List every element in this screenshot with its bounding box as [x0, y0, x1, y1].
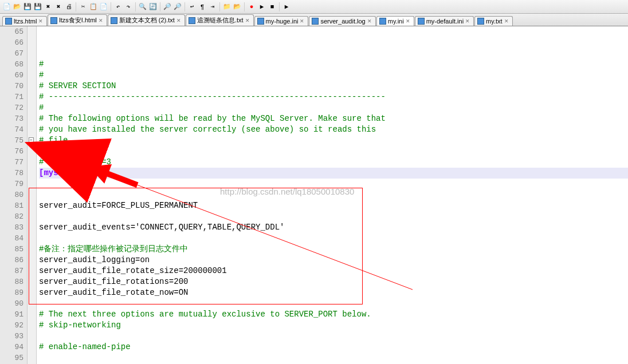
- line-number: 66: [0, 37, 23, 48]
- file-icon: [312, 18, 319, 25]
- tab-close-icon[interactable]: ✕: [367, 18, 373, 24]
- tab-close-icon[interactable]: ✕: [300, 18, 305, 24]
- tab-label: ltzs食安I.html: [59, 16, 96, 25]
- line-number: 72: [0, 102, 23, 113]
- zoom-out-icon[interactable]: 🔎: [173, 2, 182, 11]
- fold-column: −: [28, 26, 37, 364]
- line-number: 86: [0, 255, 23, 266]
- line-number: 95: [0, 353, 23, 363]
- separator: [279, 2, 280, 11]
- code-line[interactable]: server_audit_file_rotate_size=200000001: [39, 266, 227, 275]
- code-line[interactable]: server_audit_file_rotate_now=ON: [39, 288, 188, 297]
- tab-close-icon[interactable]: ✕: [99, 18, 104, 23]
- code-content[interactable]: http://blog.csdn.net/lq18050010830 ### S…: [37, 26, 628, 364]
- code-line[interactable]: server_audit_file_rotations=200: [39, 277, 188, 286]
- showall-icon[interactable]: ¶: [198, 2, 207, 11]
- code-line[interactable]: # enable-named-pipe: [39, 342, 131, 351]
- separator: [219, 2, 220, 11]
- code-line[interactable]: #备注：指定哪些操作被记录到日志文件中: [39, 244, 188, 254]
- tab-close-icon[interactable]: ✕: [504, 18, 510, 24]
- code-line[interactable]: # skip-networking: [39, 321, 121, 330]
- fold-toggle-icon[interactable]: −: [29, 137, 34, 143]
- tab-my-default-ini[interactable]: my-default.ini✕: [415, 16, 474, 26]
- line-number: 93: [0, 331, 23, 342]
- redo-icon[interactable]: ↷: [124, 2, 133, 11]
- line-number: 76: [0, 146, 23, 157]
- wrap-icon[interactable]: ↩: [187, 2, 197, 11]
- macro-record-icon[interactable]: ●: [247, 2, 256, 11]
- tab--------txt[interactable]: 追溯链条信息.txt✕: [186, 14, 254, 26]
- save-icon[interactable]: 💾: [23, 2, 32, 11]
- line-number: 79: [0, 179, 23, 189]
- open-icon[interactable]: 📂: [13, 2, 22, 11]
- code-line[interactable]: #: [39, 103, 44, 112]
- line-number: 90: [0, 298, 23, 309]
- save-all-icon[interactable]: 💾: [33, 2, 42, 11]
- line-number: 88: [0, 276, 23, 287]
- tab-label: my-default.ini: [426, 18, 464, 25]
- zoom-in-icon[interactable]: 🔎: [163, 2, 172, 11]
- code-line[interactable]: #: [39, 60, 44, 69]
- find-icon[interactable]: 🔍: [138, 2, 147, 11]
- tab-label: ltzs.html: [14, 18, 37, 25]
- undo-icon[interactable]: ↶: [113, 2, 123, 11]
- line-number: 91: [0, 309, 23, 320]
- line-number: 94: [0, 342, 23, 353]
- unfold-icon[interactable]: 📂: [233, 2, 242, 11]
- tab-close-icon[interactable]: ✕: [406, 18, 411, 24]
- file-icon: [257, 18, 264, 25]
- code-line[interactable]: # file.: [39, 136, 73, 145]
- tab-label: server_audit.log: [320, 18, 365, 25]
- file-icon: [418, 18, 425, 25]
- code-line[interactable]: server_audit=FORCE_PLUS_PERMANENT: [39, 201, 198, 210]
- code-line[interactable]: # you have installed the server correctl…: [39, 125, 376, 134]
- code-line[interactable]: # The next three options are mutually ex…: [39, 310, 371, 319]
- line-number-gutter: 6566676869707172737475767778798081828384…: [0, 26, 28, 364]
- close-all-icon[interactable]: ✖: [54, 2, 63, 11]
- separator: [135, 2, 136, 11]
- tab-close-icon[interactable]: ✕: [38, 18, 44, 24]
- close-icon[interactable]: ✖: [44, 2, 53, 11]
- macro-stop-icon[interactable]: ■: [268, 2, 277, 11]
- paste-icon[interactable]: 📄: [99, 2, 108, 11]
- code-line[interactable]: # --------------------------------------…: [39, 92, 386, 101]
- fold-icon[interactable]: 📁: [222, 2, 231, 11]
- line-number: 84: [0, 233, 23, 244]
- tab-my-ini[interactable]: my.ini✕: [376, 16, 414, 26]
- line-number: 67: [0, 48, 23, 59]
- code-line[interactable]: # The following options will be read by …: [39, 114, 386, 123]
- new-icon[interactable]: 📄: [2, 2, 11, 11]
- tab-ltzs--I-html[interactable]: ltzs食安I.html✕: [48, 14, 107, 26]
- line-number: 78: [0, 168, 23, 179]
- tab-close-icon[interactable]: ✕: [176, 18, 182, 23]
- line-number: 85: [0, 244, 23, 255]
- tab-label: my-huge.ini: [266, 18, 299, 25]
- print-icon[interactable]: 🖨: [64, 2, 73, 11]
- tab-label: 新建文本文档 (2).txt: [119, 16, 175, 25]
- run-icon[interactable]: ▶: [282, 2, 291, 11]
- line-number: 75: [0, 135, 23, 146]
- code-line[interactable]: # SERVER SECTION: [39, 81, 116, 90]
- line-number: 74: [0, 124, 23, 135]
- code-line[interactable]: #: [39, 147, 44, 156]
- tab---------2--txt[interactable]: 新建文本文档 (2).txt✕: [108, 14, 185, 26]
- file-icon: [477, 18, 484, 25]
- cut-icon[interactable]: ✂: [78, 2, 88, 11]
- code-line[interactable]: server_audit_events='CONNECT,QUERY,TABLE…: [39, 223, 284, 232]
- code-line[interactable]: [mysqld]: [39, 168, 77, 177]
- tab-close-icon[interactable]: ✕: [245, 18, 251, 23]
- separator: [76, 2, 76, 11]
- tab-my-txt[interactable]: my.txt✕: [474, 16, 513, 26]
- indent-icon[interactable]: ⇥: [208, 2, 217, 11]
- macro-play-icon[interactable]: ▶: [257, 2, 266, 11]
- tab-close-icon[interactable]: ✕: [465, 18, 471, 24]
- copy-icon[interactable]: 📋: [89, 2, 98, 11]
- line-number: 87: [0, 266, 23, 276]
- tab-ltzs-html[interactable]: ltzs.html✕: [2, 16, 47, 26]
- tab-my-huge-ini[interactable]: my-huge.ini✕: [254, 16, 309, 26]
- code-line[interactable]: server_audit_logging=on: [39, 255, 150, 264]
- code-line[interactable]: #: [39, 70, 44, 80]
- code-line[interactable]: # server_type=3: [39, 157, 111, 167]
- tab-server-audit-log[interactable]: server_audit.log✕: [309, 16, 375, 26]
- replace-icon[interactable]: 🔄: [148, 2, 158, 11]
